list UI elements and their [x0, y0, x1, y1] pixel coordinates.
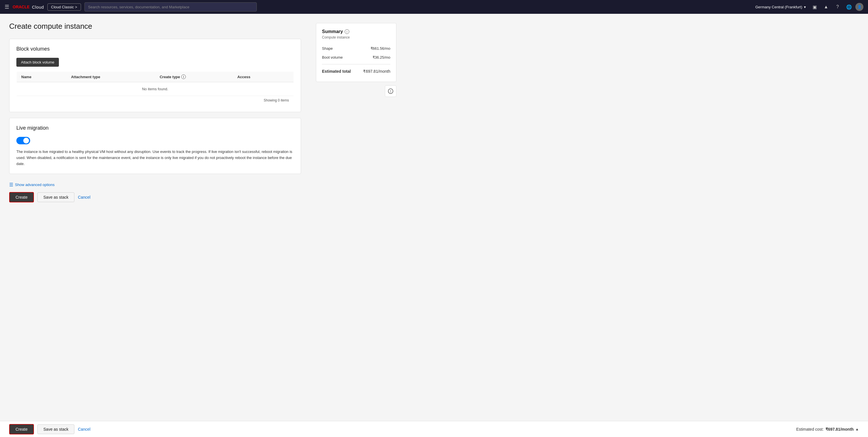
search-input[interactable]	[88, 5, 253, 9]
live-migration-toggle[interactable]	[17, 137, 30, 144]
summary-subtitle: Compute instance	[322, 35, 390, 39]
summary-shape-row: Shape ₹661.56/mo	[322, 44, 390, 53]
live-migration-description: The instance is live migrated to a healt…	[17, 149, 294, 167]
help-icon[interactable]: ?	[832, 2, 843, 12]
summary-card: Summary i Compute instance Shape ₹661.56…	[316, 23, 396, 82]
summary-total-label: Estimated total	[322, 69, 351, 74]
cost-chevron-up-icon[interactable]: ▲	[855, 427, 859, 431]
svg-point-2	[391, 92, 391, 92]
no-items-cell: No items found.	[17, 82, 294, 96]
bottom-bar-cost: Estimated cost: ₹697.81/month ▲	[796, 427, 859, 432]
global-search-box[interactable]	[85, 2, 257, 11]
live-migration-title: Live migration	[17, 125, 294, 131]
advanced-options-icon: ☰	[9, 182, 13, 187]
summary-boot-value: ₹36.25/mo	[373, 55, 390, 59]
live-migration-toggle-wrap	[17, 137, 294, 144]
summary-shape-label: Shape	[322, 46, 333, 51]
notifications-icon[interactable]: ▲	[821, 2, 831, 12]
block-volumes-title: Block volumes	[17, 46, 294, 52]
region-chevron: ▾	[804, 5, 806, 9]
summary-title: Summary	[322, 29, 343, 34]
col-header-name: Name	[17, 71, 67, 82]
showing-items-cell: Showing 0 items	[17, 96, 294, 105]
page-title: Create compute instance	[9, 22, 301, 31]
attach-block-volume-button[interactable]: Attach block volume	[17, 58, 59, 67]
topnav: ☰ ORACLE Cloud Cloud Classic > Germany C…	[0, 0, 868, 14]
contextual-help-icon[interactable]	[385, 85, 396, 97]
user-avatar[interactable]: 👤	[855, 3, 863, 11]
cloud-shell-icon[interactable]: ▣	[809, 2, 820, 12]
bottom-bar-left: Create Save as stack Cancel	[9, 424, 91, 434]
cloud-classic-button[interactable]: Cloud Classic >	[48, 3, 81, 11]
bottom-action-bar: Create Save as stack Cancel Estimated co…	[0, 421, 868, 437]
showing-items-row: Showing 0 items	[17, 96, 294, 105]
no-items-row: No items found.	[17, 82, 294, 96]
summary-boot-label: Boot volume	[322, 55, 343, 59]
action-bar: Create Save as stack Cancel	[9, 187, 301, 205]
cloud-wordmark: Cloud	[32, 5, 44, 9]
bottom-save-stack-button[interactable]: Save as stack	[37, 424, 74, 434]
summary-shape-value: ₹661.56/mo	[371, 46, 390, 51]
show-advanced-options-link[interactable]: ☰ Show advanced options	[9, 182, 55, 187]
content-area: Create compute instance Block volumes At…	[0, 14, 310, 428]
summary-total-row: Estimated total ₹697.81/month	[322, 67, 390, 76]
main-container: Create compute instance Block volumes At…	[0, 14, 868, 428]
estimated-cost-value: ₹697.81/month	[826, 427, 854, 432]
summary-header: Summary i	[322, 29, 390, 34]
logo: ORACLE Cloud	[13, 5, 44, 9]
block-volumes-card: Block volumes Attach block volume Name A…	[9, 39, 301, 112]
toggle-slider	[17, 137, 30, 144]
create-button[interactable]: Create	[9, 192, 34, 202]
region-label: Germany Central (Frankfurt)	[755, 5, 802, 9]
estimated-cost-label: Estimated cost:	[796, 427, 824, 432]
block-volumes-table: Name Attachment type Create type i Acces…	[17, 71, 294, 105]
create-type-info-icon[interactable]: i	[181, 75, 186, 79]
summary-total-value: ₹697.81/month	[363, 69, 390, 74]
col-header-access: Access	[232, 71, 293, 82]
summary-divider	[322, 64, 390, 64]
col-header-create: Create type i	[155, 71, 232, 82]
col-create-label: Create type	[160, 75, 180, 79]
summary-info-icon[interactable]: i	[345, 29, 349, 34]
summary-boot-volume-row: Boot volume ₹36.25/mo	[322, 53, 390, 62]
hamburger-menu[interactable]: ☰	[5, 4, 9, 10]
language-icon[interactable]: 🌐	[844, 2, 854, 12]
bottom-cancel-link[interactable]: Cancel	[78, 427, 91, 432]
save-as-stack-button[interactable]: Save as stack	[37, 192, 74, 202]
advanced-options-label: Show advanced options	[15, 182, 55, 187]
col-header-attachment: Attachment type	[66, 71, 155, 82]
region-selector[interactable]: Germany Central (Frankfurt) ▾	[753, 4, 808, 10]
live-migration-card: Live migration The instance is live migr…	[9, 118, 301, 174]
topnav-right-actions: Germany Central (Frankfurt) ▾ ▣ ▲ ? 🌐 👤	[753, 2, 863, 12]
oracle-wordmark: ORACLE	[13, 5, 30, 9]
summary-panel: Summary i Compute instance Shape ₹661.56…	[310, 14, 402, 428]
bottom-create-button[interactable]: Create	[9, 424, 34, 434]
cancel-link[interactable]: Cancel	[78, 195, 91, 200]
